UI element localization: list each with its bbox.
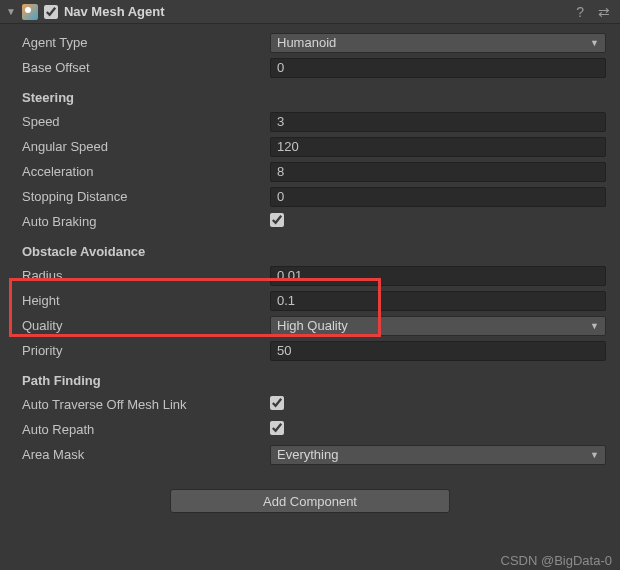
label-stopping-distance: Stopping Distance <box>22 189 270 204</box>
row-auto-repath: Auto Repath <box>22 417 606 442</box>
row-angular-speed: Angular Speed <box>22 134 606 159</box>
label-angular-speed: Angular Speed <box>22 139 270 154</box>
component-header[interactable]: ▼ Nav Mesh Agent ? ⇄ <box>0 0 620 24</box>
agent-type-value: Humanoid <box>277 35 336 50</box>
quality-dropdown[interactable]: High Quality ▼ <box>270 316 606 336</box>
label-radius: Radius <box>22 268 270 283</box>
auto-traverse-checkbox[interactable] <box>270 396 284 410</box>
label-speed: Speed <box>22 114 270 129</box>
component-enabled-checkbox[interactable] <box>44 5 58 19</box>
row-quality: Quality High Quality ▼ <box>22 313 606 338</box>
navmesh-agent-icon <box>22 4 38 20</box>
label-area-mask: Area Mask <box>22 447 270 462</box>
area-mask-dropdown[interactable]: Everything ▼ <box>270 445 606 465</box>
row-speed: Speed <box>22 109 606 134</box>
preset-icon[interactable]: ⇄ <box>594 4 614 20</box>
foldout-triangle-icon[interactable]: ▼ <box>6 6 16 17</box>
row-auto-braking: Auto Braking <box>22 209 606 234</box>
angular-speed-input[interactable] <box>270 137 606 157</box>
label-auto-braking: Auto Braking <box>22 214 270 229</box>
row-area-mask: Area Mask Everything ▼ <box>22 442 606 467</box>
height-input[interactable] <box>270 291 606 311</box>
row-auto-traverse: Auto Traverse Off Mesh Link <box>22 392 606 417</box>
area-mask-value: Everything <box>277 447 338 462</box>
auto-braking-checkbox[interactable] <box>270 213 284 227</box>
chevron-down-icon: ▼ <box>590 38 599 48</box>
row-height: Height <box>22 288 606 313</box>
label-height: Height <box>22 293 270 308</box>
label-priority: Priority <box>22 343 270 358</box>
label-base-offset: Base Offset <box>22 60 270 75</box>
label-auto-traverse: Auto Traverse Off Mesh Link <box>22 397 270 412</box>
chevron-down-icon: ▼ <box>590 321 599 331</box>
component-body: Agent Type Humanoid ▼ Base Offset Steeri… <box>0 24 620 477</box>
radius-input[interactable] <box>270 266 606 286</box>
help-icon[interactable]: ? <box>572 4 588 20</box>
row-priority: Priority <box>22 338 606 363</box>
section-steering: Steering <box>22 80 606 109</box>
label-auto-repath: Auto Repath <box>22 422 270 437</box>
label-agent-type: Agent Type <box>22 35 270 50</box>
auto-repath-checkbox[interactable] <box>270 421 284 435</box>
acceleration-input[interactable] <box>270 162 606 182</box>
label-acceleration: Acceleration <box>22 164 270 179</box>
watermark: CSDN @BigData-0 <box>501 553 612 568</box>
section-obstacle: Obstacle Avoidance <box>22 234 606 263</box>
add-component-button[interactable]: Add Component <box>170 489 450 513</box>
row-radius: Radius <box>22 263 606 288</box>
section-path-finding: Path Finding <box>22 363 606 392</box>
label-quality: Quality <box>22 318 270 333</box>
row-stopping-distance: Stopping Distance <box>22 184 606 209</box>
speed-input[interactable] <box>270 112 606 132</box>
stopping-distance-input[interactable] <box>270 187 606 207</box>
row-acceleration: Acceleration <box>22 159 606 184</box>
priority-input[interactable] <box>270 341 606 361</box>
chevron-down-icon: ▼ <box>590 450 599 460</box>
quality-value: High Quality <box>277 318 348 333</box>
row-base-offset: Base Offset <box>22 55 606 80</box>
base-offset-input[interactable] <box>270 58 606 78</box>
row-agent-type: Agent Type Humanoid ▼ <box>22 30 606 55</box>
agent-type-dropdown[interactable]: Humanoid ▼ <box>270 33 606 53</box>
component-title: Nav Mesh Agent <box>64 4 165 19</box>
